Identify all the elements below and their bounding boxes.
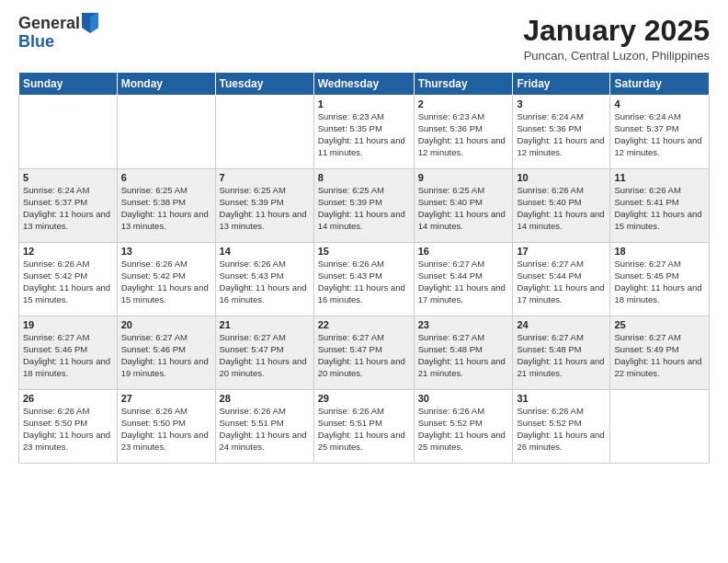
calendar-cell-w2-d3: 15Sunrise: 6:26 AMSunset: 5:43 PMDayligh… bbox=[313, 243, 414, 316]
day-number: 14 bbox=[220, 246, 310, 257]
day-info: Sunrise: 6:26 AMSunset: 5:43 PMDaylight:… bbox=[220, 259, 310, 305]
calendar-cell-w3-d4: 23Sunrise: 6:27 AMSunset: 5:48 PMDayligh… bbox=[414, 316, 513, 390]
day-number: 17 bbox=[517, 246, 606, 257]
day-number: 16 bbox=[418, 246, 509, 257]
calendar-cell-w1-d4: 9Sunrise: 6:25 AMSunset: 5:40 PMDaylight… bbox=[414, 169, 513, 243]
day-info: Sunrise: 6:27 AMSunset: 5:46 PMDaylight:… bbox=[23, 332, 113, 379]
day-info: Sunrise: 6:26 AMSunset: 5:52 PMDaylight:… bbox=[517, 406, 606, 453]
calendar-cell-w0-d6: 4Sunrise: 6:24 AMSunset: 5:37 PMDaylight… bbox=[610, 96, 710, 169]
day-number: 22 bbox=[318, 319, 410, 330]
calendar-cell-w2-d0: 12Sunrise: 6:26 AMSunset: 5:42 PMDayligh… bbox=[19, 243, 118, 316]
day-info: Sunrise: 6:25 AMSunset: 5:38 PMDaylight:… bbox=[121, 185, 211, 232]
day-info: Sunrise: 6:27 AMSunset: 5:45 PMDaylight:… bbox=[614, 259, 705, 305]
col-saturday: Saturday bbox=[610, 73, 710, 96]
day-info: Sunrise: 6:27 AMSunset: 5:44 PMDaylight:… bbox=[418, 259, 509, 305]
calendar-cell-w2-d4: 16Sunrise: 6:27 AMSunset: 5:44 PMDayligh… bbox=[414, 243, 513, 316]
day-info: Sunrise: 6:23 AMSunset: 5:36 PMDaylight:… bbox=[418, 111, 509, 158]
calendar-cell-w1-d6: 11Sunrise: 6:26 AMSunset: 5:41 PMDayligh… bbox=[610, 169, 710, 243]
logo-icon bbox=[82, 13, 98, 33]
calendar-cell-w0-d5: 3Sunrise: 6:24 AMSunset: 5:36 PMDaylight… bbox=[513, 96, 610, 169]
week-row-2: 12Sunrise: 6:26 AMSunset: 5:42 PMDayligh… bbox=[19, 243, 710, 316]
day-number: 28 bbox=[220, 393, 310, 404]
calendar-cell-w3-d1: 20Sunrise: 6:27 AMSunset: 5:46 PMDayligh… bbox=[117, 316, 215, 390]
day-info: Sunrise: 6:25 AMSunset: 5:40 PMDaylight:… bbox=[418, 185, 509, 232]
calendar-cell-w4-d0: 26Sunrise: 6:26 AMSunset: 5:50 PMDayligh… bbox=[19, 390, 118, 464]
calendar-cell-w1-d0: 5Sunrise: 6:24 AMSunset: 5:37 PMDaylight… bbox=[19, 169, 118, 243]
day-info: Sunrise: 6:26 AMSunset: 5:42 PMDaylight:… bbox=[23, 259, 113, 305]
day-info: Sunrise: 6:26 AMSunset: 5:50 PMDaylight:… bbox=[121, 406, 211, 453]
calendar-cell-w2-d2: 14Sunrise: 6:26 AMSunset: 5:43 PMDayligh… bbox=[215, 243, 313, 316]
week-row-3: 19Sunrise: 6:27 AMSunset: 5:46 PMDayligh… bbox=[19, 316, 710, 390]
col-monday: Monday bbox=[117, 73, 215, 96]
header: General Blue January 2025 Puncan, Centra… bbox=[18, 15, 710, 63]
day-number: 27 bbox=[121, 393, 211, 404]
col-wednesday: Wednesday bbox=[313, 73, 414, 96]
day-number: 31 bbox=[517, 393, 606, 404]
day-number: 13 bbox=[121, 246, 211, 257]
day-info: Sunrise: 6:24 AMSunset: 5:36 PMDaylight:… bbox=[517, 111, 606, 158]
day-number: 5 bbox=[23, 172, 113, 183]
title-block: January 2025 Puncan, Central Luzon, Phil… bbox=[523, 15, 710, 63]
day-info: Sunrise: 6:23 AMSunset: 5:35 PMDaylight:… bbox=[318, 111, 410, 158]
logo-general: General bbox=[18, 15, 80, 33]
day-number: 9 bbox=[418, 172, 509, 183]
day-info: Sunrise: 6:24 AMSunset: 5:37 PMDaylight:… bbox=[614, 111, 705, 158]
day-number: 20 bbox=[121, 319, 211, 330]
calendar-cell-w2-d1: 13Sunrise: 6:26 AMSunset: 5:42 PMDayligh… bbox=[117, 243, 215, 316]
day-number: 6 bbox=[121, 172, 211, 183]
calendar-cell-w1-d2: 7Sunrise: 6:25 AMSunset: 5:39 PMDaylight… bbox=[215, 169, 313, 243]
calendar-cell-w3-d6: 25Sunrise: 6:27 AMSunset: 5:49 PMDayligh… bbox=[610, 316, 710, 390]
calendar-cell-w4-d2: 28Sunrise: 6:26 AMSunset: 5:51 PMDayligh… bbox=[215, 390, 313, 464]
day-info: Sunrise: 6:27 AMSunset: 5:47 PMDaylight:… bbox=[318, 332, 410, 379]
calendar-header-row: Sunday Monday Tuesday Wednesday Thursday… bbox=[19, 73, 710, 96]
day-number: 24 bbox=[517, 319, 606, 330]
logo-text: General Blue bbox=[18, 15, 98, 52]
day-number: 18 bbox=[614, 246, 705, 257]
day-number: 29 bbox=[318, 393, 410, 404]
day-number: 30 bbox=[418, 393, 509, 404]
calendar-cell-w4-d6 bbox=[610, 390, 710, 464]
calendar-cell-w3-d0: 19Sunrise: 6:27 AMSunset: 5:46 PMDayligh… bbox=[19, 316, 118, 390]
calendar-cell-w3-d3: 22Sunrise: 6:27 AMSunset: 5:47 PMDayligh… bbox=[313, 316, 414, 390]
day-number: 25 bbox=[614, 319, 705, 330]
day-info: Sunrise: 6:27 AMSunset: 5:48 PMDaylight:… bbox=[517, 332, 606, 379]
day-info: Sunrise: 6:26 AMSunset: 5:51 PMDaylight:… bbox=[318, 406, 410, 453]
day-info: Sunrise: 6:26 AMSunset: 5:43 PMDaylight:… bbox=[318, 259, 410, 305]
col-tuesday: Tuesday bbox=[215, 73, 313, 96]
week-row-0: 1Sunrise: 6:23 AMSunset: 5:35 PMDaylight… bbox=[19, 96, 710, 169]
day-number: 7 bbox=[220, 172, 310, 183]
week-row-1: 5Sunrise: 6:24 AMSunset: 5:37 PMDaylight… bbox=[19, 169, 710, 243]
day-info: Sunrise: 6:26 AMSunset: 5:41 PMDaylight:… bbox=[614, 185, 705, 232]
calendar-cell-w1-d5: 10Sunrise: 6:26 AMSunset: 5:40 PMDayligh… bbox=[513, 169, 610, 243]
day-number: 21 bbox=[220, 319, 310, 330]
location: Puncan, Central Luzon, Philippines bbox=[523, 49, 710, 63]
day-info: Sunrise: 6:26 AMSunset: 5:40 PMDaylight:… bbox=[517, 185, 606, 232]
day-info: Sunrise: 6:26 AMSunset: 5:50 PMDaylight:… bbox=[23, 406, 113, 453]
calendar-cell-w1-d3: 8Sunrise: 6:25 AMSunset: 5:39 PMDaylight… bbox=[313, 169, 414, 243]
day-info: Sunrise: 6:27 AMSunset: 5:49 PMDaylight:… bbox=[614, 332, 705, 379]
day-number: 26 bbox=[23, 393, 113, 404]
day-info: Sunrise: 6:26 AMSunset: 5:51 PMDaylight:… bbox=[220, 406, 310, 453]
day-info: Sunrise: 6:27 AMSunset: 5:47 PMDaylight:… bbox=[220, 332, 310, 379]
day-number: 1 bbox=[318, 98, 410, 109]
day-number: 12 bbox=[23, 246, 113, 257]
calendar: Sunday Monday Tuesday Wednesday Thursday… bbox=[18, 72, 710, 464]
day-info: Sunrise: 6:25 AMSunset: 5:39 PMDaylight:… bbox=[318, 185, 410, 232]
logo-blue: Blue bbox=[18, 33, 98, 52]
calendar-cell-w0-d3: 1Sunrise: 6:23 AMSunset: 5:35 PMDaylight… bbox=[313, 96, 414, 169]
day-info: Sunrise: 6:26 AMSunset: 5:42 PMDaylight:… bbox=[121, 259, 211, 305]
calendar-cell-w4-d4: 30Sunrise: 6:26 AMSunset: 5:52 PMDayligh… bbox=[414, 390, 513, 464]
week-row-4: 26Sunrise: 6:26 AMSunset: 5:50 PMDayligh… bbox=[19, 390, 710, 464]
day-number: 8 bbox=[318, 172, 410, 183]
day-number: 19 bbox=[23, 319, 113, 330]
page: General Blue January 2025 Puncan, Centra… bbox=[0, 0, 728, 563]
calendar-cell-w4-d5: 31Sunrise: 6:26 AMSunset: 5:52 PMDayligh… bbox=[513, 390, 610, 464]
day-info: Sunrise: 6:27 AMSunset: 5:48 PMDaylight:… bbox=[418, 332, 509, 379]
month-title: January 2025 bbox=[523, 15, 710, 47]
day-info: Sunrise: 6:27 AMSunset: 5:46 PMDaylight:… bbox=[121, 332, 211, 379]
calendar-cell-w0-d2 bbox=[215, 96, 313, 169]
logo: General Blue bbox=[18, 15, 98, 52]
calendar-cell-w2-d5: 17Sunrise: 6:27 AMSunset: 5:44 PMDayligh… bbox=[513, 243, 610, 316]
day-info: Sunrise: 6:24 AMSunset: 5:37 PMDaylight:… bbox=[23, 185, 113, 232]
calendar-cell-w0-d1 bbox=[117, 96, 215, 169]
